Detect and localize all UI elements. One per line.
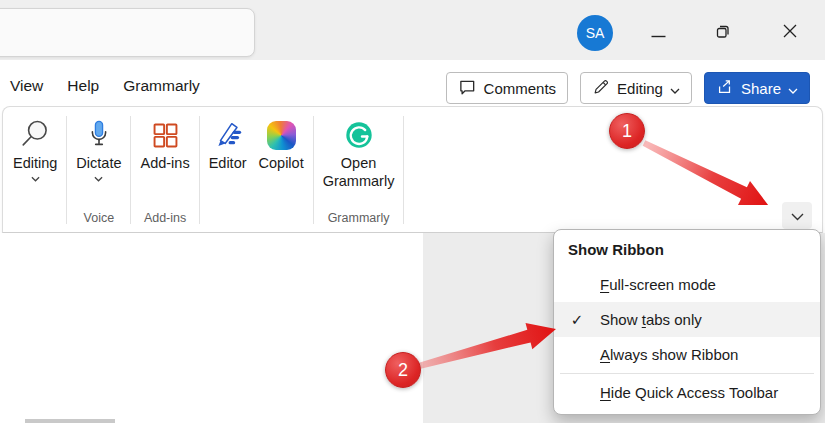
microphone-icon xyxy=(82,116,116,154)
editor-pen-icon xyxy=(211,116,245,154)
scrollbar-fragment xyxy=(25,419,115,423)
ribbon-display-options-button[interactable] xyxy=(782,202,812,229)
addins-button[interactable]: Add-ins xyxy=(134,114,195,172)
copilot-button[interactable]: Copilot xyxy=(253,114,310,172)
account-avatar[interactable]: SA xyxy=(577,15,613,51)
comment-bubble-icon xyxy=(458,78,477,99)
open-grammarly-label-line2: Grammarly xyxy=(323,172,395,190)
editing-group: Editing xyxy=(7,114,63,230)
chevron-down-icon xyxy=(788,80,798,97)
grammarly-group: Open Grammarly Grammarly xyxy=(317,114,401,230)
ribbon-separator xyxy=(66,116,67,224)
addins-label: Add-ins xyxy=(140,154,189,172)
comments-label: Comments xyxy=(484,80,557,97)
menu-item-label: Hide Quick Access Toolbar xyxy=(600,384,778,401)
share-icon xyxy=(716,78,734,99)
action-buttons: Comments Editing xyxy=(446,72,810,104)
tab-help[interactable]: Help xyxy=(67,77,99,95)
checkmark-icon: ✓ xyxy=(554,311,600,329)
copilot-label: Copilot xyxy=(259,154,304,172)
ribbon-separator xyxy=(199,116,200,224)
chevron-down-icon xyxy=(670,80,680,97)
ribbon: Editing xyxy=(2,106,823,233)
word-window: SA View Help Grammarly xyxy=(0,0,825,423)
chevron-down-icon xyxy=(31,172,40,185)
quick-access-toolbar-box xyxy=(0,8,255,57)
grammarly-group-label: Grammarly xyxy=(328,210,390,230)
comments-button[interactable]: Comments xyxy=(446,72,569,104)
editing-ribbon-label: Editing xyxy=(13,154,57,172)
ribbon-separator xyxy=(130,116,131,224)
dictate-label: Dictate xyxy=(76,154,121,172)
editing-ribbon-button[interactable]: Editing xyxy=(7,114,63,185)
grammarly-logo-icon xyxy=(342,116,376,154)
open-grammarly-button[interactable]: Open Grammarly xyxy=(317,114,401,190)
voice-group-label: Voice xyxy=(84,210,115,230)
menu-item-label: Show tabs only xyxy=(600,311,702,328)
menu-separator xyxy=(560,373,814,374)
title-bar: SA xyxy=(0,0,825,60)
magnifier-icon xyxy=(18,116,52,154)
menu-title: Show Ribbon xyxy=(554,236,820,267)
editing-mode-label: Editing xyxy=(617,80,663,97)
editor-label: Editor xyxy=(209,154,247,172)
editor-button[interactable]: Editor xyxy=(203,114,253,172)
ribbon-separator xyxy=(313,116,314,224)
addins-group-label: Add-ins xyxy=(144,210,186,230)
menu-item-hide-quick-access-toolbar[interactable]: Hide Quick Access Toolbar xyxy=(554,375,820,410)
addins-grid-icon xyxy=(148,116,182,154)
tab-view[interactable]: View xyxy=(10,77,43,95)
ribbon-separator xyxy=(403,116,404,224)
minimize-button[interactable] xyxy=(644,19,672,47)
restore-button[interactable] xyxy=(709,19,737,47)
addins-group: Add-ins Add-ins xyxy=(134,114,195,230)
open-grammarly-label-line1: Open xyxy=(341,154,376,172)
copilot-logo-icon xyxy=(264,116,298,154)
menu-item-label: Always show Ribbon xyxy=(600,346,738,363)
tab-grammarly[interactable]: Grammarly xyxy=(123,77,200,95)
voice-group: Dictate Voice xyxy=(70,114,127,230)
menu-bar: View Help Grammarly Comments xyxy=(0,60,825,106)
editing-mode-button[interactable]: Editing xyxy=(580,72,692,104)
share-button[interactable]: Share xyxy=(704,72,810,104)
close-button[interactable] xyxy=(776,19,804,47)
close-icon xyxy=(783,24,797,42)
menu-item-label: Full-screen mode xyxy=(600,276,716,293)
dictate-button[interactable]: Dictate xyxy=(70,114,127,185)
menu-item-full-screen-mode[interactable]: Full-screen mode xyxy=(554,267,820,302)
share-label: Share xyxy=(741,80,781,97)
chevron-down-icon xyxy=(94,172,103,185)
menu-item-always-show-ribbon[interactable]: Always show Ribbon xyxy=(554,337,820,372)
editor-copilot-group: Editor Copilot xyxy=(203,114,310,230)
pencil-icon xyxy=(592,78,610,99)
minimize-icon xyxy=(651,24,666,42)
restore-window-icon xyxy=(715,23,731,43)
chevron-down-icon xyxy=(791,207,804,225)
menu-item-show-tabs-only[interactable]: ✓ Show tabs only xyxy=(554,302,820,337)
show-ribbon-menu: Show Ribbon Full-screen mode ✓ Show tabs… xyxy=(553,229,821,415)
ribbon-tabs: View Help Grammarly xyxy=(10,77,200,95)
